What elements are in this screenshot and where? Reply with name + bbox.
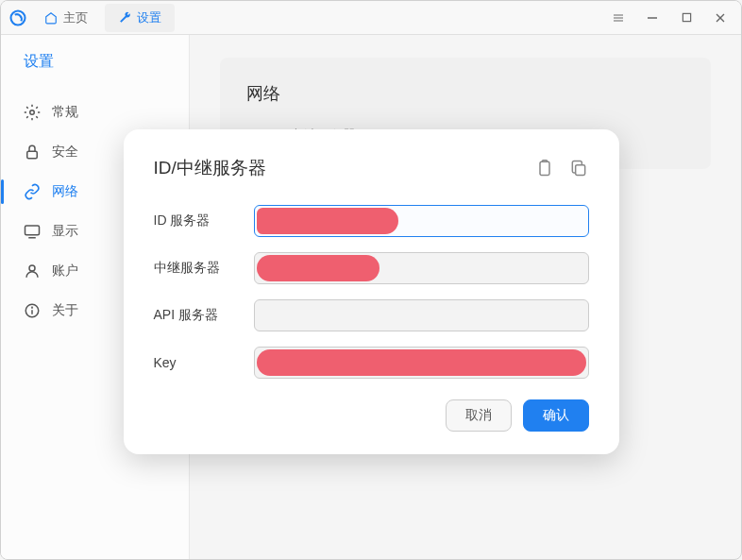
relay-server-input[interactable] <box>254 252 589 284</box>
tab-home-label: 主页 <box>63 9 88 26</box>
id-server-label: ID 服务器 <box>154 212 239 229</box>
window-controls <box>605 5 734 31</box>
close-button[interactable] <box>707 5 734 31</box>
titlebar-left: 主页 设置 <box>8 4 175 32</box>
form-row-api-server: API 服务器 <box>154 299 589 331</box>
maximize-button[interactable] <box>673 5 700 31</box>
api-server-input[interactable] <box>254 299 589 331</box>
redaction <box>257 255 379 281</box>
cancel-button[interactable]: 取消 <box>446 399 512 432</box>
relay-server-label: 中继服务器 <box>154 260 239 277</box>
paste-button[interactable] <box>534 158 555 178</box>
confirm-button[interactable]: 确认 <box>523 399 589 432</box>
key-input[interactable] <box>254 347 589 379</box>
redaction <box>257 349 586 376</box>
wrench-icon <box>118 11 131 25</box>
svg-rect-21 <box>575 165 584 176</box>
svg-point-0 <box>11 10 25 25</box>
api-server-label: API 服务器 <box>154 307 239 324</box>
tab-settings-label: 设置 <box>137 9 161 26</box>
form-row-relay-server: 中继服务器 <box>154 252 589 284</box>
svg-rect-5 <box>683 13 690 21</box>
svg-rect-20 <box>540 161 549 175</box>
minimize-button[interactable] <box>639 5 666 31</box>
titlebar: 主页 设置 <box>1 1 741 35</box>
relay-server-modal: ID/中继服务器 ID 服务器 中继服务器 API 服务器 <box>124 129 619 454</box>
modal-footer: 取消 确认 <box>154 399 589 432</box>
key-label: Key <box>154 355 239 370</box>
modal-overlay: ID/中继服务器 ID 服务器 中继服务器 API 服务器 <box>1 35 741 559</box>
form-row-id-server: ID 服务器 <box>154 205 589 237</box>
id-server-input[interactable] <box>254 205 589 237</box>
app-logo-icon <box>8 8 27 27</box>
form-row-key: Key <box>154 347 589 379</box>
menu-button[interactable] <box>605 5 632 31</box>
tab-settings[interactable]: 设置 <box>105 4 175 32</box>
home-icon <box>44 11 58 25</box>
copy-button[interactable] <box>568 158 589 178</box>
modal-header: ID/中继服务器 <box>154 156 589 180</box>
redaction <box>257 208 398 234</box>
modal-header-actions <box>534 158 589 178</box>
modal-title: ID/中继服务器 <box>154 156 266 180</box>
tab-home[interactable]: 主页 <box>31 4 101 32</box>
